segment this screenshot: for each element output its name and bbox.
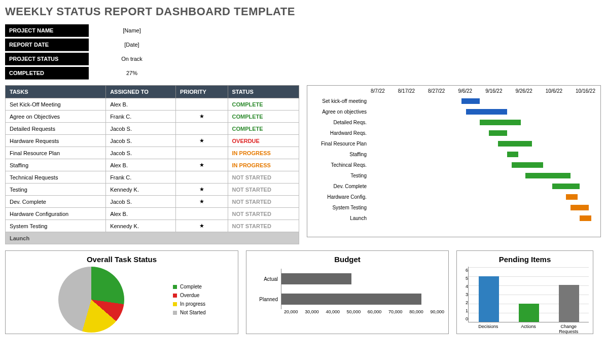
gantt-task-label: Staffing bbox=[310, 152, 371, 157]
gantt-task-label: Testing bbox=[310, 173, 371, 178]
gantt-date: 8/27/22 bbox=[428, 88, 445, 94]
budget-tick: 70,000 bbox=[388, 309, 403, 314]
col-status: STATUS bbox=[228, 86, 299, 98]
budget-tick: 90,000 bbox=[430, 309, 444, 314]
gantt-bar bbox=[498, 141, 532, 147]
priority-star-icon bbox=[175, 171, 228, 184]
col-priority: PRIORITY bbox=[175, 86, 228, 98]
table-row: Final Resource PlanJacob S.IN PROGRESS bbox=[6, 147, 299, 159]
priority-star-icon bbox=[175, 98, 228, 111]
gantt-date: 8/17/22 bbox=[398, 88, 415, 94]
gantt-chart: 8/7/228/17/228/27/229/6/229/16/229/26/22… bbox=[307, 85, 601, 237]
overall-task-status-chart: Overall Task Status Complete Overdue In … bbox=[5, 250, 238, 334]
status-badge: NOT STARTED bbox=[228, 208, 299, 220]
pending-title: Pending Items bbox=[461, 255, 589, 264]
gantt-date: 10/16/22 bbox=[576, 88, 595, 94]
gantt-task-label: Dev. Complete bbox=[310, 184, 371, 189]
gantt-bar bbox=[461, 98, 480, 104]
tasks-table: TASKSASSIGNED TOPRIORITYSTATUS Set Kick-… bbox=[5, 85, 299, 244]
gantt-task-label: Hardware Config. bbox=[310, 194, 371, 200]
gantt-row: Staffing bbox=[310, 149, 598, 160]
pending-ytick: 3 bbox=[461, 292, 468, 297]
status-badge: OVERDUE bbox=[228, 135, 299, 147]
task-name: Hardware Requests bbox=[6, 135, 106, 147]
launch-row: Launch bbox=[6, 232, 299, 244]
priority-star-icon: ★ bbox=[175, 196, 228, 208]
task-name: Agree on Objectives bbox=[6, 111, 106, 123]
pie-legend: Complete Overdue In progress Not Started bbox=[173, 267, 234, 333]
legend-notstarted: Not Started bbox=[180, 310, 206, 315]
table-row: StaffingAlex B.★IN PROGRESS bbox=[6, 159, 299, 171]
budget-tick: 40,000 bbox=[326, 309, 340, 314]
gantt-task-label: Detailed Reqs. bbox=[310, 120, 371, 125]
gantt-date: 9/6/22 bbox=[458, 88, 472, 94]
gantt-row: Dev. Complete bbox=[310, 181, 598, 192]
gantt-row: Final Resource Plan bbox=[310, 138, 598, 149]
table-row: Technical RequestsFrank C.NOT STARTED bbox=[6, 171, 299, 184]
assigned-to: Alex B. bbox=[106, 98, 176, 111]
legend-inprogress: In progress bbox=[180, 301, 205, 307]
status-badge: COMPLETE bbox=[228, 123, 299, 135]
info-label-2: PROJECT STATUS bbox=[5, 53, 89, 65]
pending-bar-decisions bbox=[479, 276, 499, 322]
gantt-row: Set kick-off meeting bbox=[310, 96, 598, 106]
table-row: Agree on ObjectivesFrank C.★COMPLETE bbox=[6, 111, 299, 123]
info-label-0: PROJECT NAME bbox=[5, 24, 89, 37]
status-badge: IN PROGRESS bbox=[228, 147, 299, 159]
gantt-task-label: Agree on objectives bbox=[310, 109, 371, 115]
pending-ytick: 1 bbox=[461, 308, 468, 313]
budget-label-actual: Actual bbox=[251, 276, 281, 282]
gantt-bar bbox=[489, 130, 507, 136]
priority-star-icon: ★ bbox=[175, 111, 228, 123]
gantt-row: Hardware Config. bbox=[310, 192, 598, 202]
table-row: Dev. CompleteJacob S.★NOT STARTED bbox=[6, 196, 299, 208]
priority-star-icon bbox=[175, 208, 228, 220]
budget-tick: 30,000 bbox=[305, 309, 319, 314]
budget-tick: 80,000 bbox=[409, 309, 423, 314]
budget-chart: Budget Actual Planned 20,00030,00040,000… bbox=[246, 250, 449, 334]
gantt-bar bbox=[512, 162, 544, 168]
task-name: Detailed Requests bbox=[6, 123, 106, 135]
assigned-to: Kennedy K. bbox=[106, 184, 176, 196]
pending-ytick: 0 bbox=[461, 316, 468, 321]
priority-star-icon: ★ bbox=[175, 184, 228, 196]
task-name: Hardware Configuration bbox=[6, 208, 106, 220]
pending-ytick: 4 bbox=[461, 284, 468, 289]
status-badge: COMPLETE bbox=[228, 111, 299, 123]
table-row: Hardware ConfigurationAlex B.NOT STARTED bbox=[6, 208, 299, 220]
assigned-to: Jacob S. bbox=[106, 135, 176, 147]
gantt-bar bbox=[507, 152, 518, 157]
gantt-bar bbox=[466, 109, 507, 115]
overall-title: Overall Task Status bbox=[10, 255, 234, 264]
budget-tick: 20,000 bbox=[284, 309, 298, 314]
gantt-date: 8/7/22 bbox=[371, 88, 385, 94]
task-name: Testing bbox=[6, 184, 106, 196]
pending-ytick: 2 bbox=[461, 300, 468, 305]
assigned-to: Alex B. bbox=[106, 208, 176, 220]
page-title: WEEKLY STATUS REPORT DASHBOARD TEMPLATE bbox=[5, 5, 601, 18]
assigned-to: Frank C. bbox=[106, 111, 176, 123]
task-name: System Testing bbox=[6, 220, 106, 232]
pending-bar-actions bbox=[519, 304, 539, 322]
gantt-row: Testing bbox=[310, 170, 598, 181]
pending-x-2: Change Requests bbox=[553, 324, 584, 334]
col-assigned-to: ASSIGNED TO bbox=[106, 86, 176, 98]
info-value-0: [Name] bbox=[89, 27, 175, 33]
status-badge: NOT STARTED bbox=[228, 184, 299, 196]
task-name: Staffing bbox=[6, 159, 106, 171]
gantt-task-label: Final Resource Plan bbox=[310, 141, 371, 147]
legend-overdue: Overdue bbox=[180, 293, 199, 298]
col-tasks: TASKS bbox=[6, 86, 106, 98]
priority-star-icon: ★ bbox=[175, 135, 228, 147]
gantt-bar bbox=[552, 184, 580, 189]
priority-star-icon bbox=[175, 147, 228, 159]
pending-ytick: 5 bbox=[461, 276, 468, 281]
pending-ytick: 6 bbox=[461, 268, 468, 273]
info-label-1: REPORT DATE bbox=[5, 39, 89, 51]
pending-bar-change bbox=[559, 285, 579, 322]
gantt-task-label: Set kick-off meeting bbox=[310, 98, 371, 104]
task-name: Technical Requests bbox=[6, 171, 106, 184]
gantt-row: Agree on objectives bbox=[310, 106, 598, 117]
priority-star-icon: ★ bbox=[175, 159, 228, 171]
assigned-to: Kennedy K. bbox=[106, 220, 176, 232]
